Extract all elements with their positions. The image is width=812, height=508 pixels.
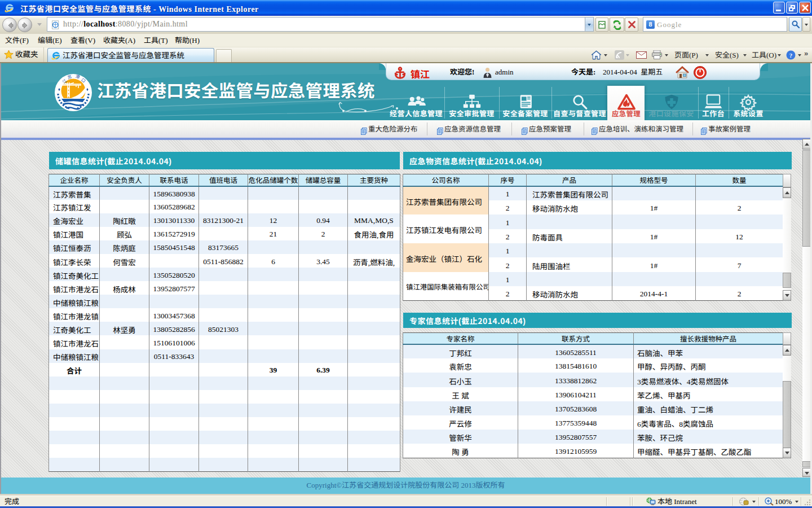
svg-text:?: ? xyxy=(789,52,793,59)
